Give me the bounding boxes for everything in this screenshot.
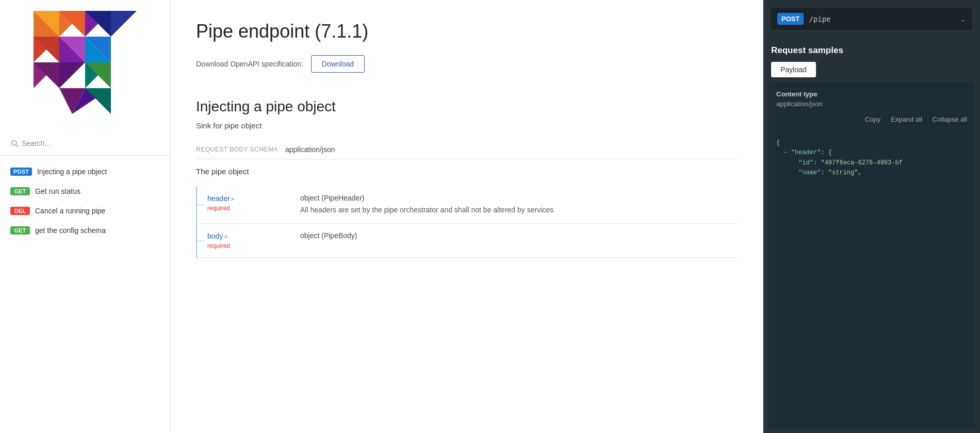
sidebar-item-cancel-pipe[interactable]: DEL Cancel a running pipe [5, 203, 165, 219]
sidebar-item-label-4: get the config schema [35, 226, 106, 235]
method-badge-get-4: GET [10, 226, 30, 235]
field-desc-header: All headers are set by the pipe orchestr… [300, 205, 737, 215]
main-content: Pipe endpoint (7.1.1) Download OpenAPI s… [170, 0, 763, 433]
field-chevron-header: > [231, 196, 234, 202]
openapi-row: Download OpenAPI specification: Download [196, 55, 737, 73]
svg-point-21 [12, 141, 17, 145]
right-panel: POST /pipe ⌄ Request samples Payload Con… [763, 0, 980, 433]
svg-line-22 [16, 145, 18, 147]
expand-all-button[interactable]: Expand all [891, 115, 922, 123]
openapi-label: Download OpenAPI specification: [196, 60, 303, 68]
svg-marker-11 [59, 62, 85, 88]
search-area [0, 134, 170, 156]
payload-tab[interactable]: Payload [771, 62, 816, 77]
field-right-header: object (PipeHeader) All headers are set … [300, 194, 737, 215]
post-badge: POST [777, 13, 804, 25]
search-icon [10, 139, 19, 147]
content-type-label: Content type [776, 90, 967, 98]
sidebar-item-get-run-status[interactable]: GET Get run status [5, 183, 165, 199]
page-title: Pipe endpoint (7.1.1) [196, 21, 737, 42]
sidebar-item-label-1: Injecting a pipe object [37, 168, 107, 176]
request-samples-header: Request samples Payload [763, 38, 980, 82]
search-input[interactable] [22, 139, 159, 147]
content-type-value: application/json [776, 100, 967, 108]
schema-header: REQUEST BODY SCHEMA: application/json [196, 145, 737, 159]
search-container [10, 139, 159, 147]
field-required-body: required [207, 242, 285, 249]
logo-icon [34, 10, 137, 124]
sidebar-item-inject-pipe[interactable]: POST Injecting a pipe object [5, 163, 165, 180]
request-samples-title: Request samples [771, 45, 972, 56]
field-right-body: object (PipeBody) [300, 231, 737, 249]
field-name-header[interactable]: header [207, 194, 230, 203]
field-row-header: header> required object (PipeHeader) All… [197, 186, 737, 224]
method-badge-get-2: GET [10, 187, 30, 195]
fields-container: header> required object (PipeHeader) All… [196, 186, 737, 258]
field-name-body[interactable]: body [207, 232, 223, 240]
method-badge-del-3: DEL [10, 207, 30, 215]
field-row-body: body> required object (PipeBody) [197, 224, 737, 258]
schema-label: REQUEST BODY SCHEMA: [196, 146, 280, 153]
sidebar: POST Injecting a pipe object GET Get run… [0, 0, 170, 433]
field-chevron-body: > [224, 234, 227, 240]
sidebar-item-label-2: Get run status [35, 187, 80, 195]
code-actions: Copy Expand all Collapse all [776, 115, 967, 123]
svg-marker-13 [111, 11, 137, 37]
section-subtitle: Sink for pipe object [196, 121, 737, 130]
endpoint-path: /pipe [809, 15, 955, 23]
pipe-object-desc: The pipe object [196, 167, 737, 176]
nav-items: POST Injecting a pipe object GET Get run… [0, 156, 170, 246]
section-title: Injecting a pipe object [196, 98, 737, 115]
right-panel-top: POST /pipe ⌄ [763, 0, 980, 38]
field-left-header: header> required [207, 194, 285, 215]
code-panel: Content type application/json Copy Expan… [769, 82, 975, 428]
field-required-header: required [207, 205, 285, 212]
download-button[interactable]: Download [311, 55, 365, 73]
sidebar-item-label-3: Cancel a running pipe [35, 207, 105, 215]
field-type-header: object (PipeHeader) [300, 194, 737, 202]
field-left-body: body> required [207, 231, 285, 249]
logo-area [0, 0, 170, 134]
copy-button[interactable]: Copy [865, 115, 880, 123]
schema-value: application/json [285, 145, 335, 154]
collapse-all-button[interactable]: Collapse all [933, 115, 967, 123]
chevron-down-icon[interactable]: ⌄ [960, 15, 966, 23]
method-badge-post-1: POST [10, 168, 32, 176]
sidebar-item-get-config[interactable]: GET get the config schema [5, 222, 165, 239]
json-code: { - "header": { "id": "497f6eca-6276-499… [776, 128, 967, 188]
endpoint-row: POST /pipe ⌄ [771, 8, 972, 30]
field-type-body: object (PipeBody) [300, 231, 737, 240]
